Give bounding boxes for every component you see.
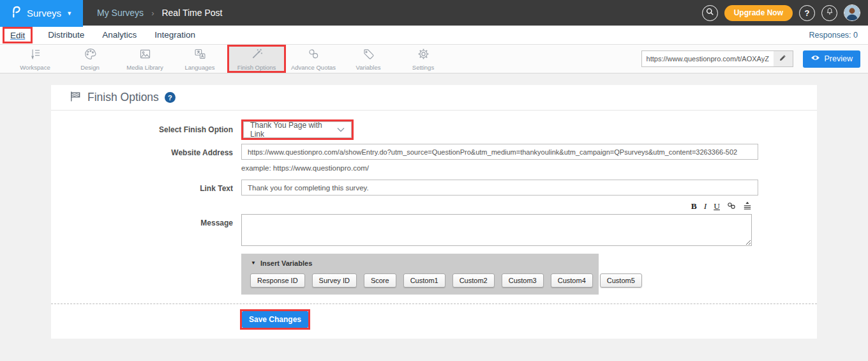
breadcrumb-current-survey: Real Time Post [161,8,222,18]
finish-options-panel: Finish Options ? Select Finish Option Th… [51,85,817,339]
edit-url-button[interactable] [774,51,793,66]
italic-button[interactable]: I [704,202,707,211]
breadcrumb: My Surveys › Real Time Post [97,8,222,18]
variable-button-score[interactable]: Score [364,273,396,288]
variable-button-custom4[interactable]: Custom4 [551,273,593,288]
website-address-example: example: https://www.questionpro.com/ [241,164,817,172]
insert-variables-panel: ▼ Insert Variables Response ID Survey ID… [241,254,599,295]
toolbar-item-workspace[interactable]: Workspace [8,45,63,73]
finish-option-selected-value: Thank You Page with Link [250,121,337,139]
link-text-input[interactable] [241,180,758,196]
tab-edit[interactable]: Edit [10,31,25,40]
toolbar-item-variables[interactable]: Variables [341,45,396,73]
annotation-box-finish-option: Thank You Page with Link [241,119,354,140]
toolbar-item-languages[interactable]: Languages [172,45,227,73]
message-row: Message [51,214,817,249]
rich-text-toolbar: B I U [241,201,752,211]
bold-button[interactable]: B [691,202,697,211]
toolbar-right-actions: Preview [641,45,868,73]
finish-option-row: Select Finish Option Thank You Page with… [51,119,817,140]
annotation-box-finish-options: Finish Options [227,45,286,73]
topbar-actions: Upgrade Now ? [702,4,868,21]
finish-option-select[interactable]: Thank You Page with Link [243,121,352,138]
tab-distribute[interactable]: Distribute [39,30,93,40]
toolbar-item-label: Settings [412,64,434,71]
palette-icon [84,47,97,62]
translate-icon [193,47,207,62]
preview-label: Preview [825,54,853,63]
bell-icon [825,7,834,19]
triangle-down-icon: ▼ [251,260,256,266]
chain-links-icon [307,47,320,62]
save-row: Save Changes [51,304,817,330]
breadcrumb-separator: › [151,8,154,18]
toolbar-item-label: Advance Quotas [291,64,336,71]
variable-button-survey-id[interactable]: Survey ID [312,273,357,288]
notifications-button[interactable] [821,5,837,21]
finish-options-form: Select Finish Option Thank You Page with… [51,111,817,330]
toolbar-item-label: Workspace [20,64,50,71]
gear-icon [417,47,430,62]
help-button[interactable]: ? [799,5,815,21]
toolbar-item-label: Design [80,64,100,71]
website-address-row: Website Address [51,144,817,160]
magic-wand-icon [250,47,264,62]
panel-header: Finish Options ? [51,85,817,111]
toolbar-item-label: Variables [356,64,381,71]
annotation-box-save: Save Changes [240,309,310,330]
workspace-icon [29,47,42,62]
page-title: Finish Options [87,91,159,104]
image-icon [138,47,152,62]
finish-option-label: Select Finish Option [51,119,233,140]
toolbar-item-label: Languages [184,64,214,71]
survey-url-group [641,50,793,67]
finish-flag-icon [69,90,82,105]
product-switcher[interactable]: Surveys ▼ [0,0,83,27]
user-avatar[interactable] [844,4,860,21]
message-label: Message [51,214,233,249]
link-text-label: Link Text [51,180,233,196]
eye-icon [811,54,820,63]
toolbar-item-finish-options[interactable]: Finish Options [229,47,284,71]
tab-analytics[interactable]: Analytics [93,30,146,40]
survey-url-input[interactable] [642,51,774,66]
variable-buttons: Response ID Survey ID Score Custom1 Cust… [250,273,590,288]
message-textarea[interactable] [241,214,752,246]
toolbar-item-design[interactable]: Design [63,45,117,73]
underline-button[interactable]: U [714,202,720,211]
product-name: Surveys [27,8,61,19]
toolbar-item-media-library[interactable]: Media Library [117,45,172,73]
chevron-down-icon [337,125,345,134]
insert-variables-label: Insert Variables [260,259,312,267]
tab-integration[interactable]: Integration [146,30,204,40]
toolbar-item-label: Media Library [126,64,163,71]
variable-button-response-id[interactable]: Response ID [250,273,305,288]
toolbar-item-advance-quotas[interactable]: Advance Quotas [286,45,341,73]
variable-button-custom1[interactable]: Custom1 [403,273,445,288]
insert-link-button[interactable] [727,202,736,211]
search-button[interactable] [702,5,718,21]
text-align-button[interactable] [743,201,752,211]
search-icon [705,7,714,19]
pencil-icon [779,53,787,65]
responses-count: Responses: 0 [809,31,868,40]
annotation-box-edit-tab: Edit [3,27,33,43]
variable-button-custom2[interactable]: Custom2 [453,273,495,288]
variable-button-custom5[interactable]: Custom5 [600,273,642,288]
top-navigation-bar: Surveys ▼ My Surveys › Real Time Post Up… [0,0,868,26]
chevron-down-icon: ▼ [66,10,72,17]
tag-icon [362,47,375,62]
survey-section-tabs: Edit Distribute Analytics Integration Re… [0,26,868,45]
preview-button[interactable]: Preview [803,50,860,68]
variable-button-custom3[interactable]: Custom3 [502,273,544,288]
website-address-input[interactable] [241,144,758,160]
toolbar-item-settings[interactable]: Settings [396,45,451,73]
edit-toolbar: Workspace Design Media Library Languages… [0,45,868,73]
upgrade-now-button[interactable]: Upgrade Now [724,5,793,21]
finish-options-help-button[interactable]: ? [165,92,176,103]
questionpro-logo-icon [11,4,22,21]
toolbar-item-label: Finish Options [237,64,276,71]
save-changes-button[interactable]: Save Changes [242,311,308,328]
breadcrumb-my-surveys[interactable]: My Surveys [97,8,144,18]
insert-variables-toggle[interactable]: ▼ Insert Variables [251,259,599,267]
